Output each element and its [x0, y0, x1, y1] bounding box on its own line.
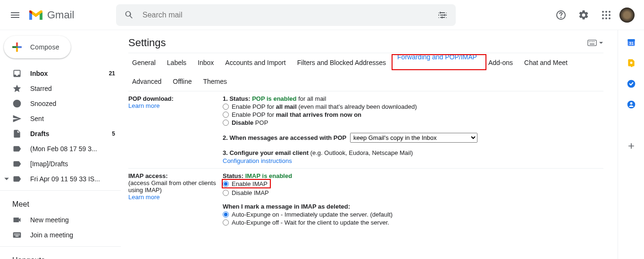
- new-meeting-item[interactable]: New meeting: [0, 212, 121, 227]
- expunge-radio-off[interactable]: [223, 219, 229, 226]
- compose-button[interactable]: Compose: [4, 36, 71, 58]
- sidebar-item-starred[interactable]: Starred: [0, 81, 121, 96]
- tab-offline[interactable]: Offline: [169, 72, 195, 91]
- tab-add-ons[interactable]: Add-ons: [485, 53, 517, 72]
- side-panel: 31: [618, 30, 644, 259]
- svg-point-5: [602, 14, 604, 16]
- account-avatar[interactable]: [619, 8, 635, 23]
- svg-rect-13: [591, 41, 592, 42]
- keep-icon[interactable]: [627, 58, 636, 68]
- highlight-enable-imap: [222, 179, 271, 188]
- imap-learn-more-link[interactable]: Learn more: [128, 194, 159, 201]
- tab-filters-and-blocked-addresses[interactable]: Filters and Blocked Addresses: [293, 53, 390, 72]
- settings-title: Settings: [128, 37, 166, 49]
- tasks-icon[interactable]: [627, 79, 636, 89]
- tab-accounts-and-import[interactable]: Accounts and Import: [221, 53, 289, 72]
- keyboard-icon: [12, 230, 22, 240]
- search-box[interactable]: [116, 4, 456, 26]
- imap-disable-option[interactable]: Disable IMAP: [223, 189, 603, 196]
- sidebar-item-drafts[interactable]: Drafts5: [0, 126, 121, 141]
- gmail-logo[interactable]: Gmail: [26, 9, 111, 21]
- add-sidepanel-icon[interactable]: [627, 141, 636, 151]
- chevron-down-icon: [599, 40, 603, 45]
- svg-point-1: [561, 17, 561, 17]
- meet-section-title: Meet: [0, 194, 121, 212]
- label-icon: [12, 144, 22, 154]
- search-options-icon[interactable]: [433, 6, 452, 24]
- pop-radio-now[interactable]: [223, 112, 229, 118]
- pop-option-disable[interactable]: Disable POP: [223, 119, 603, 126]
- file-icon: [12, 129, 22, 138]
- sidebar-item-inbox[interactable]: Inbox21: [0, 66, 121, 81]
- contacts-icon[interactable]: [627, 100, 636, 109]
- calendar-icon[interactable]: 31: [627, 38, 636, 47]
- keyboard-small-icon: [587, 40, 597, 46]
- svg-rect-11: [588, 40, 596, 46]
- gmail-icon: [28, 9, 43, 21]
- input-tools-button[interactable]: [587, 40, 603, 46]
- sidebar-item-sent[interactable]: Sent: [0, 111, 121, 126]
- sidebar-item-fri-apr-09-11-59-33-is[interactable]: Fri Apr 09 11 59 33 IS...: [0, 171, 121, 186]
- search-input[interactable]: [139, 11, 433, 19]
- svg-point-6: [605, 14, 607, 16]
- tab-themes[interactable]: Themes: [200, 72, 231, 91]
- main-menu-button[interactable]: [4, 4, 26, 26]
- svg-point-20: [630, 62, 632, 64]
- pop-learn-more-link[interactable]: Learn more: [128, 102, 159, 109]
- search-icon[interactable]: [120, 6, 139, 24]
- pop-access-row: 2. When messages are accessed with POP k…: [223, 133, 603, 143]
- highlight-forwarding-tab: [392, 54, 486, 70]
- label-icon: [12, 174, 22, 184]
- imap-sub-label: (access Gmail from other clients using I…: [128, 179, 218, 194]
- settings-tabs: GeneralLabelsInboxAccounts and ImportFil…: [128, 53, 603, 91]
- pop-option-all-mail[interactable]: Enable POP for all mail (even mail that'…: [223, 103, 603, 110]
- inbox-icon: [12, 69, 22, 78]
- imap-deleted-heading: When I mark a message in IMAP as deleted…: [223, 203, 350, 210]
- support-icon[interactable]: [552, 6, 570, 24]
- expunge-on-option[interactable]: Auto-Expunge on - Immediately update the…: [223, 211, 603, 218]
- pop-configure-row: 3. Configure your email client (e.g. Out…: [223, 149, 603, 156]
- imap-status-line: Status: IMAP is enabled: [223, 172, 603, 179]
- svg-point-3: [605, 11, 607, 13]
- sidebar-item-imap-drafts[interactable]: [Imap]/Drafts: [0, 156, 121, 171]
- join-meeting-item[interactable]: Join a meeting: [0, 227, 121, 243]
- imap-access-label: IMAP access:: [128, 172, 218, 179]
- svg-point-9: [605, 17, 607, 19]
- svg-rect-12: [589, 41, 590, 42]
- apps-grid-icon[interactable]: [597, 6, 616, 24]
- tab-general[interactable]: General: [128, 53, 159, 72]
- svg-point-2: [602, 11, 604, 13]
- tab-labels[interactable]: Labels: [163, 53, 190, 72]
- settings-pane: Settings GeneralLabelsInboxAccounts and …: [121, 30, 618, 259]
- hangouts-section-title: Hangouts: [0, 251, 121, 259]
- settings-gear-icon[interactable]: [574, 6, 593, 24]
- imap-radio-disable[interactable]: [223, 190, 229, 196]
- pop-radio-disable[interactable]: [223, 120, 229, 126]
- video-icon: [12, 215, 22, 225]
- tab-chat-and-meet[interactable]: Chat and Meet: [520, 53, 571, 72]
- svg-point-23: [630, 102, 632, 105]
- expunge-radio-on[interactable]: [223, 211, 229, 218]
- sidebar-item-mon-feb-08-17-59-3[interactable]: (Mon Feb 08 17 59 3...: [0, 141, 121, 156]
- sidebar-item-snoozed[interactable]: Snoozed: [0, 96, 121, 111]
- compose-label: Compose: [30, 43, 59, 51]
- expunge-off-option[interactable]: Auto-Expunge off - Wait for the client t…: [223, 219, 603, 226]
- svg-rect-16: [590, 44, 594, 45]
- svg-rect-15: [594, 41, 594, 42]
- send-icon: [12, 114, 22, 123]
- svg-rect-14: [592, 41, 593, 42]
- pop-radio-all[interactable]: [223, 104, 229, 110]
- tab-inbox[interactable]: Inbox: [194, 53, 217, 72]
- compose-plus-icon: [9, 40, 25, 55]
- configuration-instructions-link[interactable]: Configuration instructions: [223, 157, 292, 164]
- tab-advanced[interactable]: Advanced: [128, 72, 165, 91]
- expand-icon[interactable]: [4, 176, 9, 182]
- pop-option-from-now[interactable]: Enable POP for mail that arrives from no…: [223, 111, 603, 118]
- pop-access-select[interactable]: keep Gmail's copy in the Inbox: [350, 133, 477, 143]
- svg-text:31: 31: [629, 41, 634, 46]
- svg-point-7: [609, 14, 611, 16]
- logo-text: Gmail: [47, 9, 74, 21]
- star-icon: [12, 84, 22, 93]
- pop-status-line: 1. Status: POP is enabled for all mail: [223, 95, 603, 102]
- svg-point-8: [602, 17, 604, 19]
